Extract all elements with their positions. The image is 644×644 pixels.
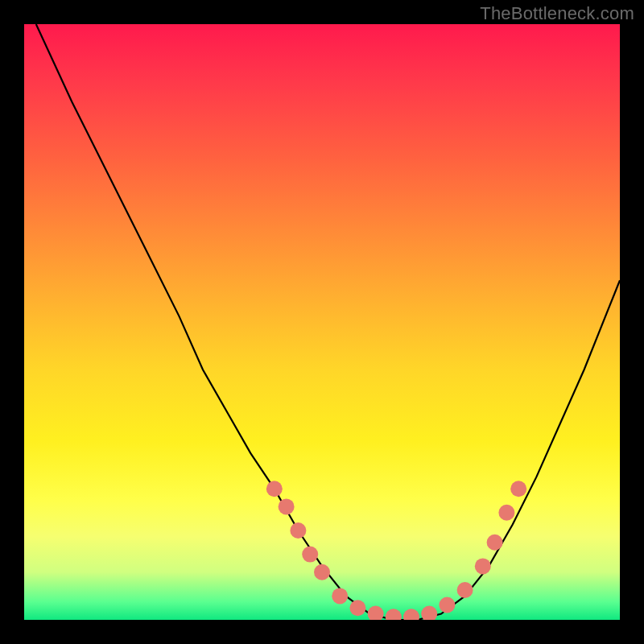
highlight-dot — [403, 609, 419, 620]
highlight-dot — [368, 606, 384, 620]
highlight-dot — [457, 582, 473, 598]
highlight-dot — [332, 588, 348, 604]
highlight-dots-group — [266, 481, 526, 620]
highlight-dot — [290, 522, 306, 539]
highlight-dot — [386, 609, 402, 620]
highlight-dot — [421, 606, 437, 620]
plot-area — [24, 24, 620, 620]
highlight-dot — [439, 597, 455, 613]
highlight-dot — [314, 564, 330, 580]
highlight-dot — [349, 600, 365, 616]
highlight-dot — [266, 481, 283, 497]
highlight-dot — [475, 558, 491, 574]
highlight-dot — [498, 505, 514, 521]
chart-frame: TheBottleneck.com — [0, 0, 644, 644]
bottleneck-curve-path — [36, 24, 620, 620]
highlight-dot — [487, 535, 503, 551]
highlight-dot — [510, 481, 526, 497]
chart-svg — [24, 24, 620, 620]
watermark-text: TheBottleneck.com — [480, 3, 634, 24]
highlight-dot — [279, 498, 295, 514]
highlight-dot — [302, 547, 318, 563]
